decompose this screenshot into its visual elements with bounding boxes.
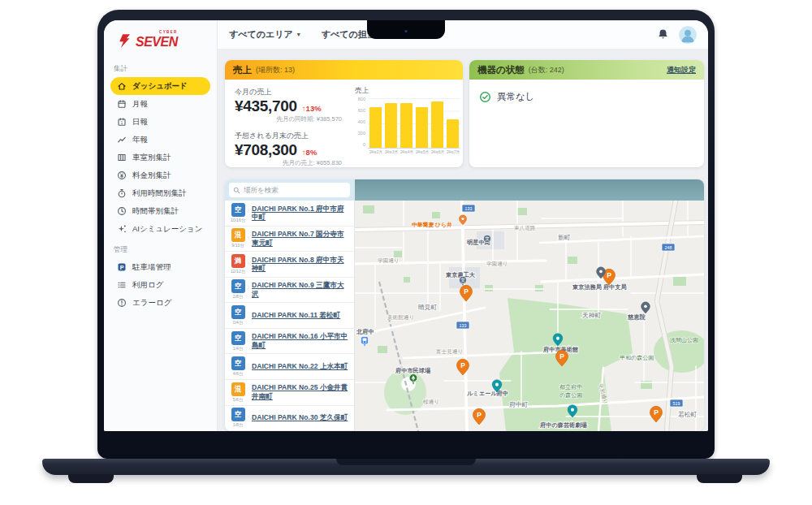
- sidebar-item-by-duration[interactable]: 利用時間別集計: [110, 184, 210, 202]
- search-input[interactable]: [244, 186, 346, 194]
- sidebar-item-label: 利用ログ: [132, 280, 163, 291]
- sales-card: 売上 (場所数: 13) 今月の売上 ¥435,700 ↑13% 先月の同時期:…: [225, 60, 463, 167]
- sales-card-subtitle: (場所数: 13): [256, 65, 295, 76]
- map[interactable]: P: [355, 179, 704, 431]
- chart-x-tick: 24年3月: [385, 150, 397, 154]
- chart-y-tick: 600: [355, 108, 365, 113]
- status-badge: 混: [231, 228, 245, 242]
- map-canvas: P: [355, 179, 704, 431]
- status-badge: 空: [231, 279, 245, 293]
- forecast-sales-change: ↑8%: [302, 148, 317, 157]
- notification-settings-link[interactable]: 通知設定: [667, 65, 696, 76]
- list-item[interactable]: 空10/16台DAICHI PARK No.1 府中市府中町: [225, 201, 354, 227]
- status-badge: 空: [231, 356, 245, 370]
- occupancy-count: 0/4台: [230, 320, 246, 326]
- list-item[interactable]: 空0/4台DAICHI PARK No.11 若松町: [225, 303, 354, 329]
- sidebar-item-dashboard[interactable]: ダッシュボード: [110, 77, 210, 95]
- user-avatar[interactable]: [679, 26, 697, 44]
- status-badge: 空: [231, 203, 245, 217]
- location-link[interactable]: DAICHI PARK No.9 三鷹市大沢: [252, 281, 349, 298]
- camera-notch: [367, 20, 445, 39]
- map-label: 新町: [558, 234, 571, 241]
- chart-bar: [400, 103, 412, 148]
- parking-icon: P: [117, 262, 127, 272]
- search-bar: [225, 179, 354, 201]
- sidebar-item-by-fee[interactable]: 料金別集計: [110, 166, 210, 184]
- map-label: 美術館通り: [387, 314, 414, 321]
- occupancy-count: 12/12台: [230, 269, 246, 274]
- current-sales-label: 今月の売上: [235, 87, 353, 97]
- sparkle-icon: [117, 224, 127, 234]
- map-label: 東京法務局 府中支局: [572, 283, 627, 291]
- sidebar-item-ai-simulation[interactable]: AIシミュレーション: [110, 220, 210, 238]
- sidebar-item-label: AIシミュレーション: [132, 224, 203, 235]
- status-badge: 満: [231, 254, 245, 268]
- map-label: 学園通り: [486, 261, 508, 267]
- laptop-screen: CYBER SEVEN 集計ダッシュボード月報1日報年報車室別集計料金別集計利用…: [97, 10, 715, 459]
- svg-text:P: P: [120, 265, 124, 270]
- location-link[interactable]: DAICHI PARK No.1 府中市府中町: [252, 205, 349, 222]
- list-item[interactable]: 空1/4台DAICHI PARK No.16 小平市中島町: [225, 329, 354, 355]
- list-item[interactable]: 空1/8台DAICHI PARK No.30 芝久保町: [225, 406, 354, 432]
- sidebar-section-label: 管理: [114, 245, 207, 255]
- list-item[interactable]: 満12/12台DAICHI PARK No.8 府中市天神町: [225, 252, 354, 278]
- sidebar-item-label: 年報: [132, 135, 148, 145]
- locations-map-panel: 空10/16台DAICHI PARK No.1 府中市府中町混9/10台DAIC…: [225, 179, 704, 431]
- search-box[interactable]: [229, 183, 350, 197]
- location-link[interactable]: DAICHI PARK No.25 小金井貫井南町: [252, 383, 349, 400]
- topbar: すべてのエリア ▾ すべての担当者 ▾: [218, 20, 708, 50]
- occupancy-count: 9/10台: [230, 243, 246, 248]
- status-card-subtitle: (台数: 242): [529, 65, 564, 76]
- chart-x-labels: 24年2月24年3月24年4月24年5月24年6月24年7月: [368, 149, 460, 154]
- sidebar-item-label: 月報: [132, 99, 148, 110]
- list-item[interactable]: 混5/6台DAICHI PARK No.25 小金井貫井南町: [225, 380, 354, 406]
- location-list: 空10/16台DAICHI PARK No.1 府中市府中町混9/10台DAIC…: [225, 201, 354, 431]
- forecast-sales-label: 予想される月末の売上: [235, 131, 353, 141]
- status-badge: 空: [231, 331, 245, 345]
- chart-title: 売上: [355, 86, 460, 96]
- chart-y-tick: 800: [355, 97, 365, 101]
- sidebar-item-daily-report[interactable]: 1日報: [110, 113, 210, 131]
- area-filter-dropdown[interactable]: すべてのエリア ▾: [229, 28, 300, 41]
- location-link[interactable]: DAICHI PARK No.30 芝久保町: [252, 413, 348, 422]
- occupancy-count: 10/16台: [230, 218, 246, 223]
- svg-text:248: 248: [665, 245, 672, 250]
- sidebar-item-by-timeband[interactable]: 時間帯別集計: [110, 202, 210, 220]
- chart-bar: [385, 103, 397, 148]
- route-shield: 248: [662, 244, 675, 251]
- list-item[interactable]: 混9/10台DAICHI PARK No.7 国分寺市東元町: [225, 227, 354, 252]
- location-link[interactable]: DAICHI PARK No.7 国分寺市東元町: [252, 230, 349, 247]
- map-label: 府中市民球場: [395, 367, 431, 374]
- occupancy-count: 1/8台: [230, 422, 246, 428]
- brand-cyber: CYBER: [159, 31, 178, 35]
- location-link[interactable]: DAICHI PARK No.8 府中市天神町: [252, 256, 349, 273]
- location-link[interactable]: DAICHI PARK No.16 小平市中島町: [252, 332, 349, 349]
- calendar1-icon: 1: [117, 117, 127, 127]
- yen-icon: [117, 170, 127, 180]
- list-item[interactable]: 空4/6台DAICHI PARK No.22 上水本町: [225, 354, 354, 380]
- dashboard-main: 売上 (場所数: 13) 今月の売上 ¥435,700 ↑13% 先月の同時期:…: [218, 50, 708, 431]
- sidebar-item-monthly-report[interactable]: 月報: [110, 95, 210, 113]
- map-label: 都立府中: [559, 384, 582, 391]
- map-label: ルミエール府中: [467, 390, 508, 397]
- list-icon: [117, 280, 127, 290]
- sidebar-item-error-log[interactable]: エラーログ: [110, 294, 210, 312]
- sales-card-header: 売上 (場所数: 13): [225, 60, 463, 80]
- sidebar-item-yearly-report[interactable]: 年報: [110, 131, 210, 149]
- sidebar-item-usage-log[interactable]: 利用ログ: [110, 276, 210, 294]
- chart-bar: [369, 107, 382, 148]
- chart-bars: [368, 98, 460, 149]
- status-badge: 空: [231, 408, 245, 421]
- sidebar-item-by-room[interactable]: 車室別集計: [110, 149, 210, 166]
- calendar-icon: [117, 99, 127, 109]
- sidebar-item-label: 料金別集計: [132, 170, 171, 181]
- app-window: CYBER SEVEN 集計ダッシュボード月報1日報年報車室別集計料金別集計利用…: [104, 20, 708, 431]
- location-link[interactable]: DAICHI PARK No.22 上水本町: [252, 362, 348, 371]
- location-link[interactable]: DAICHI PARK No.11 若松町: [252, 311, 340, 320]
- list-item[interactable]: 空2/8台DAICHI PARK No.9 三鷹市大沢: [225, 278, 354, 304]
- laptop-mockup: CYBER SEVEN 集計ダッシュボード月報1日報年報車室別集計料金別集計利用…: [0, 0, 812, 505]
- notification-bell-icon[interactable]: [657, 28, 669, 41]
- current-sales-value: ¥435,700: [235, 97, 297, 115]
- sidebar-item-parking-management[interactable]: P駐車場管理: [110, 258, 210, 276]
- map-label: 慈恵院: [627, 313, 646, 321]
